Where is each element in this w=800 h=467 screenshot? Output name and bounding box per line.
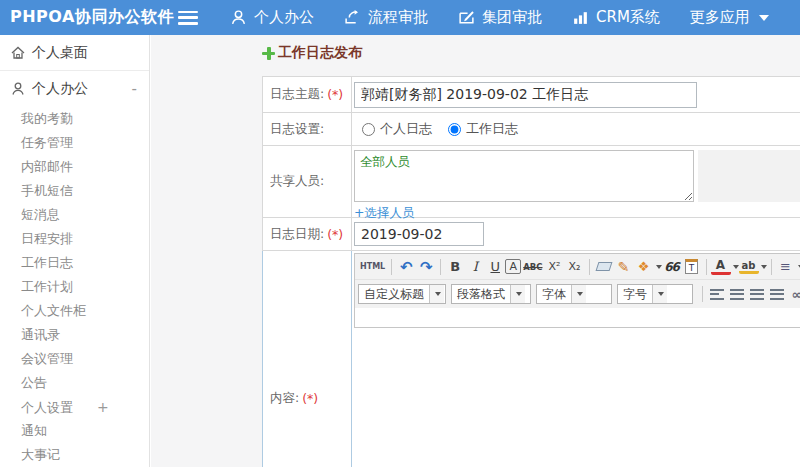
editor-toolbar-row1: HTML ↶ ↷ B I U A ABC X² X₂ — [355, 254, 800, 280]
nav-label: 更多应用 — [690, 8, 750, 27]
align-justify-button[interactable] — [767, 284, 787, 304]
top-bar: PHPOA协同办公软件 个人办公 流程审批 集团审批 — [0, 0, 800, 35]
sidebar-item-file-cabinet[interactable]: 个人文件柜 — [0, 299, 149, 323]
label-text: 共享人员: — [270, 173, 324, 190]
paragraph-format-dropdown[interactable]: 段落格式 — [451, 284, 531, 304]
font-style-button[interactable]: A — [505, 259, 521, 274]
sidebar-item-announcements[interactable]: 公告 — [0, 371, 149, 395]
format-painter-button[interactable]: ❖ — [634, 257, 654, 277]
toolbar-separator — [589, 259, 590, 275]
nav-group-approval[interactable]: 集团审批 — [458, 8, 542, 27]
sidebar-item-contacts[interactable]: 通讯录 — [0, 323, 149, 347]
caret-down-icon — [658, 292, 664, 296]
ordered-list-button[interactable]: ≡ — [776, 257, 796, 277]
flow-arrow-icon — [344, 9, 361, 26]
caret-down-icon[interactable] — [656, 265, 662, 269]
format-brush-button[interactable]: ✎ — [614, 257, 634, 277]
nav-workflow-approval[interactable]: 流程审批 — [344, 8, 428, 27]
caret-down-icon[interactable] — [733, 265, 739, 269]
bar-chart-icon — [572, 9, 589, 26]
font-size-dropdown[interactable]: 字号 — [617, 284, 693, 304]
page-title-text: 工作日志发布 — [278, 44, 362, 62]
sidebar-item-tasks[interactable]: 任务管理 — [0, 131, 149, 155]
sidebar-item-major-events[interactable]: 大事记 — [0, 443, 149, 467]
dropdown-button — [652, 285, 667, 303]
italic-button[interactable]: I — [465, 257, 485, 277]
nav-more-apps[interactable]: 更多应用 — [690, 8, 769, 27]
subscript-button[interactable]: X₂ — [565, 257, 585, 277]
dropdown-label: 段落格式 — [452, 286, 510, 303]
subject-input[interactable] — [354, 82, 697, 108]
sidebar-item-attendance[interactable]: 我的考勤 — [0, 107, 149, 131]
user-icon — [230, 9, 247, 26]
align-right-button[interactable] — [747, 284, 767, 304]
eraser-icon — [595, 262, 612, 271]
main-content: 工作日志发布 日志主题: (*) 日志设置: — [151, 35, 800, 467]
edit-icon — [458, 9, 475, 26]
subject-value-cell — [352, 77, 800, 112]
redo-button[interactable]: ↷ — [416, 257, 436, 277]
hamburger-menu-icon[interactable] — [178, 11, 198, 25]
sidebar-item-label: 我的考勤 — [21, 111, 73, 126]
toolbar-separator — [391, 259, 392, 275]
font-color-button[interactable]: A — [711, 259, 731, 275]
sidebar-group-personal-office[interactable]: 个人办公 - — [0, 71, 149, 107]
radio-personal-log[interactable]: 个人日志 — [362, 120, 432, 138]
sidebar-item-work-log[interactable]: 工作日志 — [0, 251, 149, 275]
superscript-button[interactable]: X² — [545, 257, 565, 277]
required-mark: (*) — [327, 87, 343, 102]
caret-down-icon — [516, 292, 522, 296]
underline-button[interactable]: U — [485, 257, 505, 277]
nav-personal-office[interactable]: 个人办公 — [230, 8, 314, 27]
date-label: 日志日期: (*) — [263, 218, 352, 250]
font-family-dropdown[interactable]: 字体 — [536, 284, 612, 304]
custom-heading-dropdown[interactable]: 自定义标题 — [358, 284, 446, 304]
caret-down-icon[interactable] — [761, 265, 767, 269]
bold-button[interactable]: B — [445, 257, 465, 277]
share-members-textarea[interactable]: 全部人员 — [354, 150, 694, 202]
insert-link-button[interactable]: ∞ — [787, 284, 800, 304]
sidebar-item-desktop[interactable]: 个人桌面 — [0, 35, 149, 71]
expand-plus-icon[interactable]: + — [97, 399, 109, 415]
share-value-cell: 全部人员 +选择人员 — [352, 146, 800, 217]
dropdown-button — [510, 285, 525, 303]
sidebar-item-meetings[interactable]: 会议管理 — [0, 347, 149, 371]
log-type-radio-group: 个人日志 工作日志 — [354, 120, 518, 138]
log-date-input[interactable] — [354, 222, 484, 246]
sidebar-item-personal-settings[interactable]: 个人设置+ — [0, 395, 149, 419]
eraser-button[interactable] — [594, 257, 614, 277]
dropdown-label: 自定义标题 — [359, 286, 429, 303]
align-left-button[interactable] — [707, 284, 727, 304]
sidebar-item-notifications[interactable]: 通知 — [0, 419, 149, 443]
sidebar-item-label: 日程安排 — [21, 231, 73, 246]
editor-content-area[interactable] — [355, 308, 800, 327]
blockquote-button[interactable]: 66 — [662, 257, 682, 277]
page-title: 工作日志发布 — [262, 44, 362, 62]
radio-label: 个人日志 — [380, 120, 432, 138]
sidebar-item-schedule[interactable]: 日程安排 — [0, 227, 149, 251]
nav-crm-system[interactable]: CRM系统 — [572, 8, 660, 27]
share-cell-filler — [698, 150, 800, 202]
undo-button[interactable]: ↶ — [396, 257, 416, 277]
sidebar-item-sms[interactable]: 手机短信 — [0, 179, 149, 203]
html-source-button[interactable]: HTML — [358, 257, 387, 277]
caret-down-icon — [759, 15, 769, 21]
strikethrough-button[interactable]: ABC — [521, 257, 544, 277]
highlight-color-button[interactable]: ab — [739, 259, 759, 274]
radio-work-log[interactable]: 工作日志 — [448, 120, 518, 138]
paste-button[interactable]: T — [682, 257, 702, 277]
sidebar-item-internal-mail[interactable]: 内部邮件 — [0, 155, 149, 179]
sidebar-item-label: 工作计划 — [21, 279, 73, 294]
sidebar-item-label: 任务管理 — [21, 135, 73, 150]
app-logo: PHPOA协同办公软件 — [0, 7, 178, 28]
toolbar-separator — [771, 259, 772, 275]
sidebar-item-label: 通知 — [21, 423, 47, 438]
personal-log-radio[interactable] — [362, 123, 375, 136]
sidebar-item-label: 个人桌面 — [32, 44, 88, 62]
sidebar-item-work-plan[interactable]: 工作计划 — [0, 275, 149, 299]
collapse-minus-icon[interactable]: - — [132, 80, 137, 98]
align-center-button[interactable] — [727, 284, 747, 304]
work-log-radio[interactable] — [448, 123, 461, 136]
sidebar-group-label: 个人办公 — [32, 80, 88, 98]
sidebar-item-short-message[interactable]: 短消息 — [0, 203, 149, 227]
